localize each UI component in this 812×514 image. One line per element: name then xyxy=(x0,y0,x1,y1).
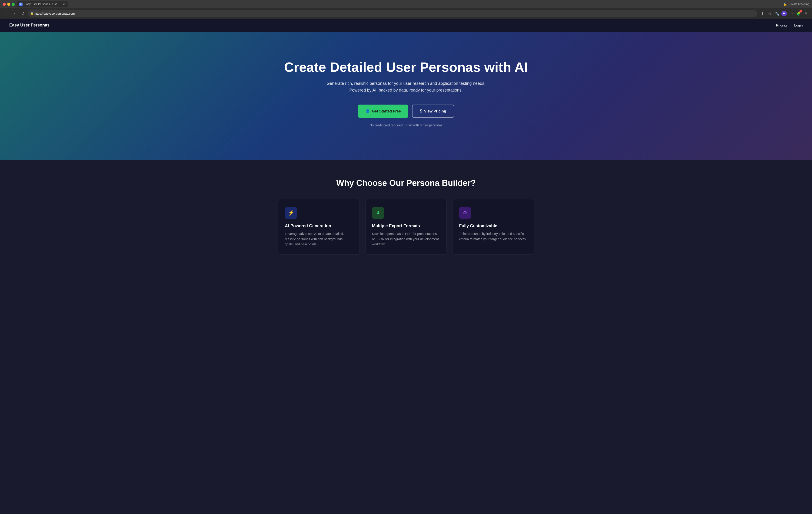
feature-card-customize: ⚙ Fully Customizable Tailor personas by … xyxy=(452,199,534,254)
new-tab-button[interactable]: + xyxy=(68,1,74,7)
extensions-badge: 2 xyxy=(800,10,802,12)
feature-card-export: ⬇ Multiple Export Formats Download perso… xyxy=(365,199,447,254)
customize-feature-desc: Tailor personas by industry, role, and s… xyxy=(459,231,527,242)
features-title: Why Choose Our Persona Builder? xyxy=(9,178,803,188)
ai-feature-desc: Leverage advanced AI to create detailed,… xyxy=(285,231,353,247)
features-grid: ⚡ AI-Powered Generation Leverage advance… xyxy=(278,199,534,254)
active-tab[interactable]: E Easy User Personas - User gen… ✕ xyxy=(17,1,68,7)
browser-chrome: E Easy User Personas - User gen… ✕ + 🔒 P… xyxy=(0,0,812,19)
profile-button[interactable]: P xyxy=(781,11,787,16)
ai-powered-icon: ⚡ xyxy=(288,210,294,216)
nav-links: Pricing Login xyxy=(776,23,803,27)
hero-subtitle: Generate rich, realistic personas for yo… xyxy=(9,80,803,94)
hero-subtitle-line2: Powered by AI, backed by data, ready for… xyxy=(349,88,463,92)
private-browsing-label: Private browsing xyxy=(788,3,809,6)
export-icon: ⬇ xyxy=(376,210,380,216)
reload-button[interactable]: ↺ xyxy=(20,10,26,17)
menu-button[interactable]: ≡ xyxy=(803,10,809,17)
get-started-button[interactable]: 👤 Get Started Free xyxy=(358,104,408,118)
back-button[interactable]: ‹ xyxy=(3,10,9,17)
toolbar-actions: ⬇ ☆ 🔧 P ⋯ 🧩 2 ≡ xyxy=(759,10,809,17)
get-started-icon: 👤 xyxy=(365,109,370,113)
private-browsing-indicator: 🔒 Private browsing xyxy=(783,2,809,6)
ai-icon-wrapper: ⚡ xyxy=(285,207,297,219)
browser-titlebar: E Easy User Personas - User gen… ✕ + 🔒 P… xyxy=(0,0,812,8)
close-window-button[interactable] xyxy=(3,3,6,6)
tools-button[interactable]: 🔧 xyxy=(774,10,780,17)
tab-favicon: E xyxy=(19,3,23,6)
hero-section: Create Detailed User Personas with AI Ge… xyxy=(0,32,812,160)
download-button[interactable]: ⬇ xyxy=(759,10,765,17)
tab-bar: E Easy User Personas - User gen… ✕ + xyxy=(17,1,781,7)
traffic-lights xyxy=(3,3,14,6)
address-bar-input[interactable] xyxy=(28,10,757,17)
forward-button[interactable]: › xyxy=(11,10,18,17)
customize-icon-wrapper: ⚙ xyxy=(459,207,471,219)
ssl-lock-icon: 🔒 xyxy=(30,12,34,15)
app-content: Easy User Personas Pricing Login Create … xyxy=(0,19,812,514)
export-feature-desc: Download personas in PDF for presentatio… xyxy=(372,231,440,247)
minimize-window-button[interactable] xyxy=(7,3,10,6)
view-pricing-label: View Pricing xyxy=(424,109,446,113)
view-pricing-icon: $ xyxy=(420,109,422,114)
nav-login-link[interactable]: Login xyxy=(794,23,803,27)
site-nav: Easy User Personas Pricing Login xyxy=(0,19,812,32)
hero-title: Create Detailed User Personas with AI xyxy=(9,60,803,74)
bookmark-button[interactable]: ☆ xyxy=(766,10,773,17)
history-button[interactable]: ⋯ xyxy=(788,10,794,17)
export-icon-wrapper: ⬇ xyxy=(372,207,384,219)
get-started-label: Get Started Free xyxy=(372,109,401,113)
hero-buttons: 👤 Get Started Free $ View Pricing xyxy=(9,104,803,118)
tab-title: Easy User Personas - User gen… xyxy=(24,3,61,6)
ai-feature-title: AI-Powered Generation xyxy=(285,223,353,229)
export-feature-title: Multiple Export Formats xyxy=(372,223,440,229)
maximize-window-button[interactable] xyxy=(11,3,14,6)
customize-feature-title: Fully Customizable xyxy=(459,223,527,229)
hero-subtitle-line1: Generate rich, realistic personas for yo… xyxy=(326,81,485,86)
private-browsing-icon: 🔒 xyxy=(783,2,787,6)
extensions-button[interactable]: 🧩 2 xyxy=(795,10,802,17)
nav-pricing-link[interactable]: Pricing xyxy=(776,23,787,27)
browser-toolbar: ‹ › ↺ 🔒 ⬇ ☆ 🔧 P ⋯ 🧩 2 ≡ xyxy=(0,8,812,19)
site-logo[interactable]: Easy User Personas xyxy=(9,23,50,28)
tab-close-button[interactable]: ✕ xyxy=(63,3,65,6)
address-bar-container: 🔒 xyxy=(28,10,757,17)
hero-note: No credit card required · Start with 3 f… xyxy=(9,123,803,127)
customize-icon: ⚙ xyxy=(463,210,467,216)
feature-card-ai: ⚡ AI-Powered Generation Leverage advance… xyxy=(278,199,360,254)
features-section: Why Choose Our Persona Builder? ⚡ AI-Pow… xyxy=(0,160,812,273)
view-pricing-button[interactable]: $ View Pricing xyxy=(412,104,454,118)
